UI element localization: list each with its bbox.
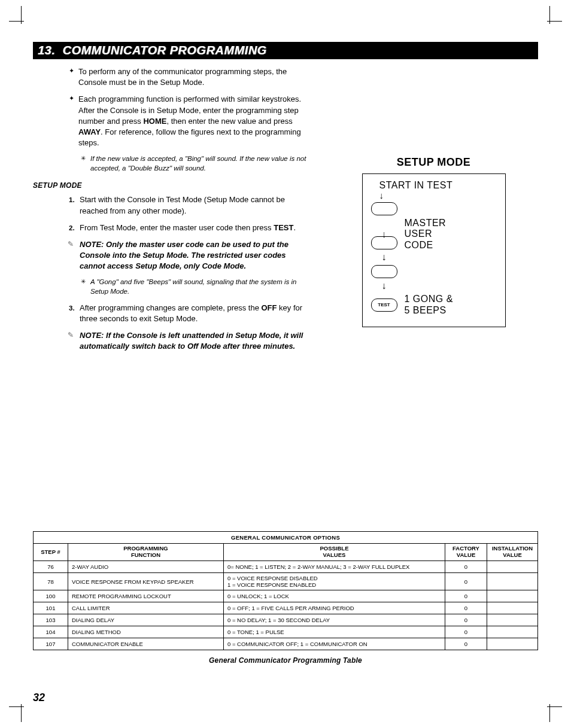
page-number: 32	[33, 692, 45, 704]
cell-vals: 0 = VOICE RESPONSE DISABLED 1 = VOICE RE…	[224, 573, 445, 590]
down-arrow-icon: ↓	[382, 252, 387, 262]
cell-factory: 0	[445, 626, 487, 638]
cell-step: 104	[34, 626, 68, 638]
cell-step: 100	[34, 590, 68, 602]
setup-note-2: NOTE: If the Console is left unattended …	[69, 330, 311, 352]
cell-factory: 0	[445, 638, 487, 650]
setup-diagram: START IN TEST ↓ ↓ MASTER USER CODE ↓ ↓	[362, 173, 506, 327]
table-row: 107COMMUNICATOR ENABLE0 = COMMUNICATOR O…	[34, 638, 538, 650]
cell-factory: 0	[445, 614, 487, 626]
cell-install	[487, 638, 538, 650]
diagram-title: SETUP MODE	[329, 156, 538, 169]
table-caption: General Communicator Programming Table	[33, 656, 538, 665]
table-title: GENERAL COMMUNICATOR OPTIONS	[34, 532, 538, 544]
col-func: PROGRAMMING FUNCTION	[68, 544, 224, 561]
setup-note-1: NOTE: Only the master user code can be u…	[69, 239, 311, 272]
table-row: 104DIALING METHOD0 = TONE; 1 = PULSE0	[34, 626, 538, 638]
down-arrow-icon: ↓	[379, 191, 497, 200]
cell-func: DIALING DELAY	[68, 614, 224, 626]
intro-bullet-2: Each programming function is performed w…	[69, 94, 311, 148]
cell-vals: 0 = UNLOCK; 1 = LOCK	[224, 590, 445, 602]
right-column: SETUP MODE START IN TEST ↓ ↓ MASTER USER…	[329, 66, 538, 358]
cell-func: CALL LIMITER	[68, 602, 224, 614]
table-row: 78VOICE RESPONSE FROM KEYPAD SPEAKER0 = …	[34, 573, 538, 590]
cell-step: 107	[34, 638, 68, 650]
col-step: STEP #	[34, 544, 68, 561]
cell-step: 78	[34, 573, 68, 590]
col-vals: POSSIBLE VALUES	[224, 544, 445, 561]
diagram-start: START IN TEST	[379, 180, 497, 191]
col-install: INSTALLATION VALUE	[487, 544, 538, 561]
options-table: GENERAL COMMUNICATOR OPTIONS STEP # PROG…	[33, 531, 538, 650]
cell-step: 103	[34, 614, 68, 626]
test-key: TEST	[371, 298, 397, 312]
cell-func: 2-WAY AUDIO	[68, 561, 224, 573]
cell-func: COMMUNICATOR ENABLE	[68, 638, 224, 650]
setup-step-3: 3.After programming changes are complete…	[69, 303, 311, 324]
intro-subnote: If the new value is accepted, a "Bing" w…	[81, 154, 311, 173]
intro-bullet-1: To perform any of the communicator progr…	[69, 66, 311, 88]
setup-step-2: 2.From Test Mode, enter the master user …	[69, 223, 311, 233]
left-column: To perform any of the communicator progr…	[33, 66, 311, 358]
cell-factory: 0	[445, 561, 487, 573]
cell-vals: 0 = TONE; 1 = PULSE	[224, 626, 445, 638]
cell-factory: 0	[445, 573, 487, 590]
cell-install	[487, 602, 538, 614]
cell-func: VOICE RESPONSE FROM KEYPAD SPEAKER	[68, 573, 224, 590]
table-row: 101CALL LIMITER0 = OFF; 1 = FIVE CALLS P…	[34, 602, 538, 614]
cell-install	[487, 590, 538, 602]
table-row: 762-WAY AUDIO0= NONE; 1 = LISTEN; 2 = 2-…	[34, 561, 538, 573]
cell-factory: 0	[445, 590, 487, 602]
blank-key-3	[371, 265, 397, 278]
setup-subnote: A "Gong" and five "Beeps" will sound, si…	[81, 278, 311, 296]
cell-vals: 0 = OFF; 1 = FIVE CALLS PER ARMING PERIO…	[224, 602, 445, 614]
cell-factory: 0	[445, 602, 487, 614]
cell-install	[487, 614, 538, 626]
setup-step-1: 1.Start with the Console in Test Mode (S…	[69, 194, 311, 216]
cell-vals: 0 = COMMUNICATOR OFF; 1 = COMMUNICATOR O…	[224, 638, 445, 650]
cell-install	[487, 561, 538, 573]
table-row: 103DIALING DELAY0 = NO DELAY; 1 = 30 SEC…	[34, 614, 538, 626]
cell-func: REMOTE PROGRAMMING LOCKOUT	[68, 590, 224, 602]
cell-func: DIALING METHOD	[68, 626, 224, 638]
blank-key-2	[371, 236, 397, 249]
section-title: COMMUNICATOR PROGRAMMING	[62, 44, 266, 57]
diagram-master-label: MASTER USER CODE	[405, 218, 447, 251]
cell-step: 101	[34, 602, 68, 614]
col-factory: FACTORY VALUE	[445, 544, 487, 561]
cell-vals: 0 = NO DELAY; 1 = 30 SECOND DELAY	[224, 614, 445, 626]
diagram-result: 1 GONG & 5 BEEPS	[405, 294, 453, 316]
blank-key-1	[371, 202, 397, 215]
section-number: 13.	[38, 44, 55, 57]
cell-install	[487, 626, 538, 638]
cell-step: 76	[34, 561, 68, 573]
table-row: 100REMOTE PROGRAMMING LOCKOUT0 = UNLOCK;…	[34, 590, 538, 602]
cell-install	[487, 573, 538, 590]
cell-vals: 0= NONE; 1 = LISTEN; 2 = 2-WAY MANUAL; 3…	[224, 561, 445, 573]
section-heading: 13. COMMUNICATOR PROGRAMMING	[33, 42, 538, 59]
options-table-wrap: GENERAL COMMUNICATOR OPTIONS STEP # PROG…	[33, 531, 538, 665]
down-arrow-icon: ↓	[382, 281, 387, 291]
setup-mode-heading: SETUP MODE	[33, 181, 311, 190]
